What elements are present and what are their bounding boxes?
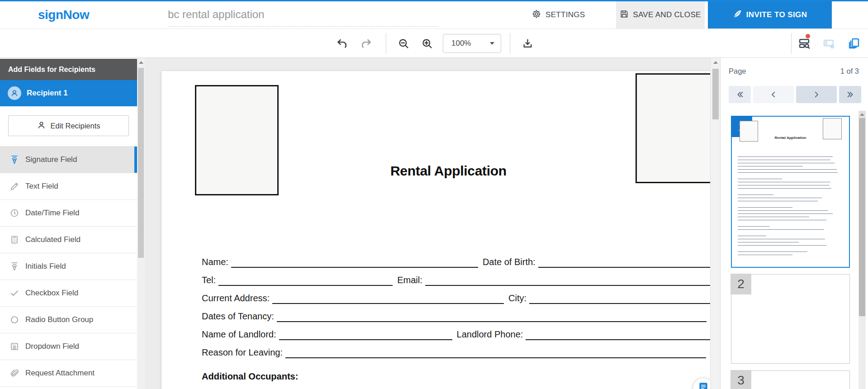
sidebar-item-radio-button-group[interactable]: Radio Button Group [0,307,137,333]
edit-recipients-button[interactable]: Edit Recipients [8,115,129,136]
page-thumbnails: 1 Rental Application 2 3 [731,116,850,389]
form-row: Dates of Tenancy: [202,307,710,325]
form-row: Name:Date of Birth: [202,253,710,271]
sidebar-item-label: Calculated Field [25,235,81,244]
recipient-avatar [8,86,21,100]
field-settings-icon [823,37,835,50]
form-blank-line [272,289,504,304]
invite-to-sign-button[interactable]: INVITE TO SIGN [708,1,832,28]
redo-button[interactable] [357,34,375,52]
chevron-right-icon [812,90,821,99]
sidebar-item-text-field[interactable]: Text Field [0,173,137,200]
form-box-right [636,73,710,183]
sidebar-item-signature-field[interactable]: Signature Field [0,147,137,173]
form-label: Landlord Phone: [457,329,523,339]
sidebar-item-dropdown-field[interactable]: Dropdown Field [0,333,137,360]
settings-label: SETTINGS [545,10,585,19]
document-form-title: Rental Application [390,163,507,179]
editor-content: Add Fields for Recipients Recipient 1 Ed… [0,58,868,389]
circle-icon [9,315,19,325]
double-chevron-left-icon [735,90,745,99]
thumbnail-title: Rental Application [732,136,849,140]
sidebar-scrollbar[interactable] [137,58,145,389]
pen-nib-icon [9,261,19,271]
app-header: signNow bc rental application SETTINGS S… [0,1,868,29]
undo-button[interactable] [333,34,351,52]
pages-panel: Page 1 of 3 [720,58,868,389]
document-title-input[interactable]: bc rental application [168,1,264,26]
chevron-down-icon [490,42,494,45]
next-page-button[interactable] [796,86,837,103]
page-label: Page [729,67,746,76]
duplicate-pages-button[interactable] [845,34,863,52]
sidebar-item-initials-field[interactable]: Initials Field [0,253,137,280]
notification-dot [806,34,810,38]
thumbnails-scrollbar[interactable] [859,111,866,389]
save-and-close-label: SAVE AND CLOSE [633,10,701,19]
list-box-icon [9,342,19,351]
form-rows: Name:Date of Birth:Tel:Email:Current Add… [202,253,710,361]
scroll-up-arrow[interactable] [713,61,718,64]
zoom-level-value: 100% [443,39,490,48]
calculator-icon [9,235,19,245]
floppy-disk-icon [620,9,629,21]
sidebar-item-label: Text Field [25,182,58,191]
download-icon [522,38,534,50]
scroll-up-arrow[interactable] [139,61,143,64]
form-blank-line [277,307,707,322]
form-label: Reason for Leaving: [202,347,283,357]
page-number-badge: 2 [730,274,751,294]
recipient-name: Recipient 1 [27,89,68,98]
form-blank-line [425,271,710,286]
gear-icon [531,9,541,21]
fields-sidebar: Add Fields for Recipients Recipient 1 Ed… [0,58,137,389]
form-box-left [195,85,279,195]
form-label: City: [508,293,526,303]
page-thumbnail-2[interactable]: 2 [731,274,850,364]
zoom-out-button[interactable] [394,34,413,52]
checkmark-icon [9,288,19,298]
form-blank-line [285,343,706,358]
zoom-level-dropdown[interactable]: 100% [443,34,501,53]
form-label: Name: [202,257,228,267]
form-row: Reason for Leaving: [202,343,710,361]
save-and-close-button[interactable]: SAVE AND CLOSE [616,1,705,28]
scroll-up-arrow[interactable] [859,111,866,118]
double-chevron-right-icon [846,90,855,99]
form-blank-line [538,253,710,268]
undo-icon [336,38,348,50]
form-label: Email: [397,275,422,285]
field-type-list: Signature Field Text Field Date/Time Fie… [0,146,137,387]
sidebar-panel-title: Add Fields for Recipients [0,59,137,80]
invite-to-sign-label: INVITE TO SIGN [746,10,807,19]
sidebar-item-request-attachment[interactable]: Request Attachment [0,360,137,387]
clock-icon [9,208,19,218]
page-thumbnail-1[interactable]: 1 Rental Application [731,116,850,268]
scrollbar-thumb[interactable] [712,69,719,119]
signnow-logo[interactable]: signNow [38,1,89,28]
last-page-button[interactable] [839,86,861,103]
document-scrollbar[interactable] [710,58,720,389]
scrollbar-thumb[interactable] [859,118,865,316]
zoom-in-button[interactable] [418,34,436,52]
toolbar-divider [510,33,510,54]
recipient-selector[interactable]: Recipient 1 [0,80,137,106]
page-indicator: 1 of 3 [840,67,859,76]
search-fields-button[interactable] [795,34,813,52]
form-blank-line [279,325,452,340]
sidebar-item-label: Request Attachment [25,369,95,378]
download-button[interactable] [518,34,536,52]
first-page-button[interactable] [729,86,751,103]
redo-icon [360,38,372,50]
scrollbar-thumb[interactable] [138,68,144,258]
settings-button[interactable]: SETTINGS [526,1,590,28]
document-page[interactable]: Rental Application Name:Date of Birth:Te… [161,71,710,389]
document-title-underline [168,26,438,27]
previous-page-button[interactable] [753,86,794,103]
page-thumbnail-3[interactable]: 3 [731,370,850,389]
sidebar-item-calculated-field[interactable]: Calculated Field [0,227,137,253]
sidebar-item-date-time-field[interactable]: Date/Time Field [0,200,137,227]
person-icon [37,120,46,132]
sidebar-item-checkbox-field[interactable]: Checkbox Field [0,280,137,307]
sidebar-item-label: Date/Time Field [25,209,79,218]
